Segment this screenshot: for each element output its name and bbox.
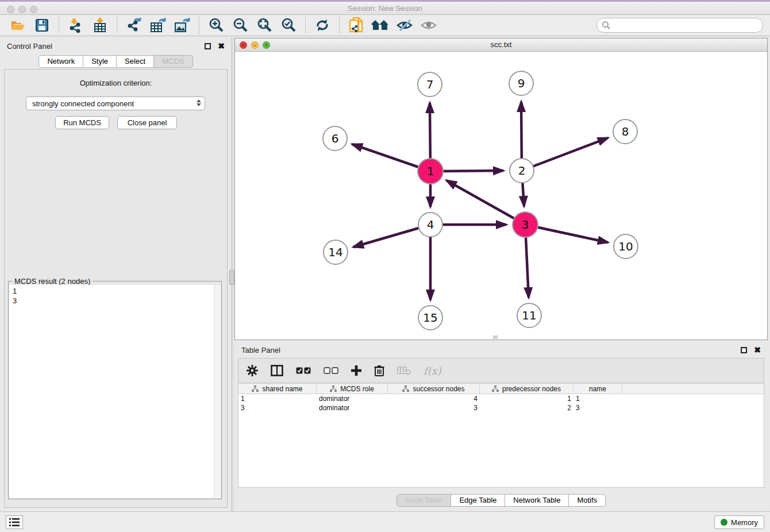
cell-successor-nodes[interactable]: 4 [388, 395, 480, 403]
window-titlebar: Session: New Session [0, 0, 770, 15]
cell-shared-name[interactable]: 3 [238, 404, 317, 412]
hide-selected-button[interactable] [395, 17, 414, 34]
column-header-name[interactable]: name [573, 384, 622, 394]
column-header-predecessor-nodes[interactable]: predecessor nodes [480, 384, 573, 394]
cell-name[interactable]: 1 [573, 395, 622, 403]
node-14[interactable]: 14 [323, 240, 348, 265]
canvas-scroll-grip[interactable] [493, 336, 498, 339]
close-network-light[interactable]: × [240, 41, 247, 49]
export-network-button[interactable] [124, 17, 144, 34]
open-session-button[interactable] [8, 17, 28, 34]
node-4[interactable]: 4 [418, 212, 443, 237]
table-options-button[interactable] [247, 365, 258, 376]
cell-mcds-role[interactable]: dominator [317, 404, 388, 412]
zoom-fit-button[interactable] [255, 17, 274, 34]
node-table: shared name MCDS role successor nodes pr… [238, 383, 764, 488]
column-tree-icon [402, 385, 409, 392]
edge-2-8[interactable] [522, 138, 608, 171]
main-toolbar [0, 15, 770, 36]
mcds-result-text[interactable]: 1 3 [9, 285, 221, 498]
delete-columns-button[interactable] [374, 365, 384, 376]
tab-mcds[interactable]: MCDS [154, 55, 192, 68]
export-network-icon [126, 18, 141, 33]
cell-mcds-role[interactable]: dominator [317, 395, 388, 403]
column-header-successor-nodes[interactable]: successor nodes [388, 384, 480, 394]
zoom-window-light[interactable] [30, 6, 37, 13]
first-neighbors-button[interactable] [371, 17, 390, 34]
export-table-button[interactable] [148, 17, 168, 34]
close-panel-icon[interactable]: ✖ [218, 41, 225, 51]
close-table-panel-icon[interactable]: ✖ [754, 345, 761, 354]
minimize-window-light[interactable] [18, 6, 26, 13]
select-all-columns-button[interactable] [296, 367, 311, 375]
float-table-panel-icon[interactable] [741, 347, 747, 353]
node-9[interactable]: 9 [509, 71, 534, 96]
cell-predecessor-nodes[interactable]: 2 [480, 404, 573, 412]
column-label: MCDS role [340, 385, 374, 393]
status-bar: Memory [0, 511, 770, 532]
node-10[interactable]: 10 [613, 234, 638, 259]
delete-table-button[interactable] [397, 366, 411, 375]
tab-motifs[interactable]: Motifs [569, 494, 606, 507]
criterion-select[interactable]: strongly connected component [26, 97, 205, 110]
zoom-in-icon [209, 18, 224, 33]
memory-button[interactable]: Memory [714, 515, 764, 529]
add-column-button[interactable] [351, 365, 361, 376]
tab-edge-table[interactable]: Edge Table [451, 494, 505, 507]
tab-style[interactable]: Style [83, 55, 117, 68]
table-row[interactable]: 3 dominator 3 2 3 [238, 403, 764, 413]
run-mcds-button[interactable]: Run MCDS [55, 116, 109, 129]
cell-shared-name[interactable]: 1 [238, 395, 317, 403]
node-2[interactable]: 2 [509, 158, 534, 183]
close-window-light[interactable] [7, 6, 14, 13]
node-1[interactable]: 1 [417, 158, 444, 184]
cell-predecessor-nodes[interactable]: 1 [480, 395, 573, 403]
network-canvas[interactable]: 7 9 6 8 1 2 4 3 14 10 15 11 [235, 52, 767, 340]
import-network-button[interactable] [66, 17, 86, 34]
network-window-titlebar[interactable]: × − + scc.txt [235, 38, 767, 52]
save-session-button[interactable] [32, 17, 52, 34]
search-icon [602, 21, 611, 30]
node-6[interactable]: 6 [322, 126, 348, 151]
result-scrollbar[interactable] [214, 285, 221, 498]
export-image-button[interactable] [172, 17, 192, 34]
minimize-network-light[interactable]: − [251, 41, 259, 49]
tab-network[interactable]: Network [38, 55, 83, 68]
import-table-button[interactable] [90, 17, 110, 34]
show-columns-button[interactable] [271, 365, 283, 376]
node-11[interactable]: 11 [517, 303, 542, 328]
close-panel-button[interactable]: Close panel [117, 116, 177, 129]
task-history-button[interactable] [6, 515, 23, 529]
node-8[interactable]: 8 [613, 119, 638, 144]
float-panel-icon[interactable] [205, 43, 211, 49]
table-row[interactable]: 1 dominator 4 1 1 [238, 394, 764, 403]
show-all-button[interactable] [419, 17, 438, 34]
tab-network-table[interactable]: Network Table [505, 494, 569, 507]
zoom-network-light[interactable]: + [263, 41, 270, 49]
tab-select[interactable]: Select [117, 55, 154, 68]
column-header-mcds-role[interactable]: MCDS role [317, 384, 388, 394]
column-header-shared-name[interactable]: shared name [238, 384, 317, 394]
zoom-out-button[interactable] [230, 17, 250, 34]
cell-name[interactable]: 3 [573, 404, 622, 412]
table-panel-header: Table Panel ✖ [234, 342, 768, 358]
node-7[interactable]: 7 [417, 72, 442, 97]
column-label: predecessor nodes [502, 385, 561, 393]
search-field[interactable] [596, 18, 763, 33]
node-15[interactable]: 15 [418, 305, 443, 330]
mcds-result-title: MCDS result (2 nodes) [12, 277, 93, 286]
unselect-all-columns-button[interactable] [324, 367, 338, 375]
function-builder-button[interactable]: f(x) [424, 365, 441, 377]
node-3[interactable]: 3 [512, 211, 538, 238]
column-label: successor nodes [413, 385, 464, 393]
zoom-selected-button[interactable] [279, 17, 298, 34]
tab-node-table[interactable]: Node Table [396, 494, 452, 507]
cell-successor-nodes[interactable]: 3 [388, 404, 480, 412]
refresh-view-button[interactable] [313, 17, 332, 34]
search-input[interactable] [611, 21, 763, 30]
memory-label: Memory [731, 518, 758, 527]
copy-style-button[interactable] [346, 17, 366, 34]
splitter-grip[interactable] [229, 270, 234, 285]
zoom-in-button[interactable] [206, 17, 226, 34]
import-network-icon [68, 18, 83, 33]
